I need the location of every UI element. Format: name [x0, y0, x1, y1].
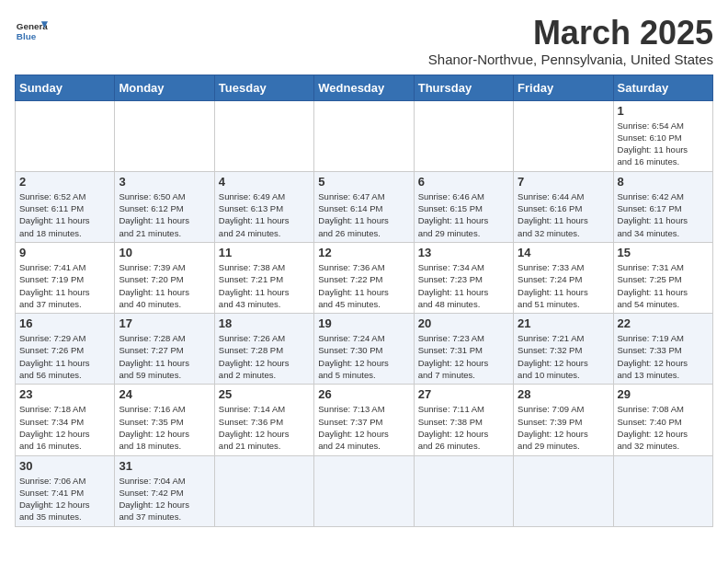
- calendar-cell: 19Sunrise: 7:24 AM Sunset: 7:30 PM Dayli…: [314, 314, 414, 385]
- day-info: Sunrise: 7:21 AM Sunset: 7:32 PM Dayligh…: [518, 332, 609, 381]
- day-info: Sunrise: 7:11 AM Sunset: 7:38 PM Dayligh…: [418, 403, 509, 452]
- calendar-cell: [514, 100, 613, 171]
- day-info: Sunrise: 6:49 AM Sunset: 6:13 PM Dayligh…: [219, 190, 310, 239]
- day-info: Sunrise: 7:13 AM Sunset: 7:37 PM Dayligh…: [318, 403, 409, 452]
- calendar-cell: 14Sunrise: 7:33 AM Sunset: 7:24 PM Dayli…: [514, 242, 613, 313]
- calendar-cell: [16, 100, 115, 171]
- day-number: 7: [518, 175, 609, 189]
- calendar-cell: 4Sunrise: 6:49 AM Sunset: 6:13 PM Daylig…: [214, 171, 313, 242]
- calendar-cell: 25Sunrise: 7:14 AM Sunset: 7:36 PM Dayli…: [214, 385, 313, 455]
- day-number: 1: [618, 104, 709, 118]
- day-number: 27: [418, 387, 509, 401]
- day-info: Sunrise: 6:42 AM Sunset: 6:17 PM Dayligh…: [618, 190, 709, 239]
- title-area: March 2025 Shanor-Northvue, Pennsylvania…: [428, 15, 713, 67]
- day-number: 9: [19, 246, 110, 259]
- calendar-cell: 2Sunrise: 6:52 AM Sunset: 6:11 PM Daylig…: [16, 171, 115, 242]
- calendar-cell: [514, 455, 613, 526]
- calendar-cell: 5Sunrise: 6:47 AM Sunset: 6:14 PM Daylig…: [314, 171, 414, 242]
- weekday-header-saturday: Saturday: [613, 75, 712, 100]
- calendar-cell: [414, 100, 513, 171]
- day-number: 23: [19, 387, 110, 401]
- day-info: Sunrise: 6:50 AM Sunset: 6:12 PM Dayligh…: [119, 190, 210, 239]
- day-number: 14: [518, 246, 609, 259]
- month-title: March 2025: [428, 15, 713, 52]
- day-info: Sunrise: 7:09 AM Sunset: 7:39 PM Dayligh…: [518, 403, 609, 452]
- day-number: 15: [618, 246, 709, 259]
- day-number: 5: [318, 175, 409, 189]
- day-info: Sunrise: 7:36 AM Sunset: 7:22 PM Dayligh…: [318, 261, 409, 310]
- calendar-cell: 13Sunrise: 7:34 AM Sunset: 7:23 PM Dayli…: [414, 242, 513, 313]
- day-info: Sunrise: 7:04 AM Sunset: 7:42 PM Dayligh…: [119, 475, 210, 523]
- day-number: 21: [518, 316, 609, 330]
- day-info: Sunrise: 7:41 AM Sunset: 7:19 PM Dayligh…: [19, 261, 110, 310]
- day-number: 26: [318, 387, 409, 401]
- day-number: 30: [19, 459, 110, 473]
- calendar-cell: 22Sunrise: 7:19 AM Sunset: 7:33 PM Dayli…: [613, 314, 712, 385]
- calendar-cell: 21Sunrise: 7:21 AM Sunset: 7:32 PM Dayli…: [514, 314, 613, 385]
- calendar-cell: 28Sunrise: 7:09 AM Sunset: 7:39 PM Dayli…: [514, 385, 613, 455]
- day-info: Sunrise: 7:38 AM Sunset: 7:21 PM Dayligh…: [219, 261, 310, 310]
- calendar-cell: 8Sunrise: 6:42 AM Sunset: 6:17 PM Daylig…: [613, 171, 712, 242]
- day-number: 18: [219, 316, 310, 330]
- calendar-cell: 3Sunrise: 6:50 AM Sunset: 6:12 PM Daylig…: [115, 171, 214, 242]
- calendar-cell: 9Sunrise: 7:41 AM Sunset: 7:19 PM Daylig…: [16, 242, 115, 313]
- calendar-cell: 7Sunrise: 6:44 AM Sunset: 6:16 PM Daylig…: [514, 171, 613, 242]
- calendar-cell: 17Sunrise: 7:28 AM Sunset: 7:27 PM Dayli…: [115, 314, 214, 385]
- day-number: 22: [618, 316, 709, 330]
- day-info: Sunrise: 7:26 AM Sunset: 7:28 PM Dayligh…: [219, 332, 310, 381]
- day-info: Sunrise: 6:46 AM Sunset: 6:15 PM Dayligh…: [418, 190, 509, 239]
- day-info: Sunrise: 7:29 AM Sunset: 7:26 PM Dayligh…: [19, 332, 110, 381]
- calendar-cell: [314, 100, 414, 171]
- day-info: Sunrise: 7:24 AM Sunset: 7:30 PM Dayligh…: [318, 332, 409, 381]
- calendar-cell: 12Sunrise: 7:36 AM Sunset: 7:22 PM Dayli…: [314, 242, 414, 313]
- day-info: Sunrise: 7:39 AM Sunset: 7:20 PM Dayligh…: [119, 261, 210, 310]
- calendar-cell: 16Sunrise: 7:29 AM Sunset: 7:26 PM Dayli…: [16, 314, 115, 385]
- weekday-header-thursday: Thursday: [414, 75, 513, 100]
- calendar-table: SundayMondayTuesdayWednesdayThursdayFrid…: [15, 75, 713, 527]
- day-number: 12: [318, 246, 409, 259]
- day-info: Sunrise: 7:23 AM Sunset: 7:31 PM Dayligh…: [418, 332, 509, 381]
- day-number: 24: [119, 387, 210, 401]
- day-number: 20: [418, 316, 509, 330]
- calendar-cell: 26Sunrise: 7:13 AM Sunset: 7:37 PM Dayli…: [314, 385, 414, 455]
- calendar-cell: 27Sunrise: 7:11 AM Sunset: 7:38 PM Dayli…: [414, 385, 513, 455]
- day-info: Sunrise: 7:28 AM Sunset: 7:27 PM Dayligh…: [119, 332, 210, 381]
- calendar-cell: [214, 100, 313, 171]
- day-number: 3: [119, 175, 210, 189]
- day-info: Sunrise: 6:44 AM Sunset: 6:16 PM Dayligh…: [518, 190, 609, 239]
- day-number: 29: [618, 387, 709, 401]
- day-number: 10: [119, 246, 210, 259]
- calendar-cell: 18Sunrise: 7:26 AM Sunset: 7:28 PM Dayli…: [214, 314, 313, 385]
- calendar-cell: 15Sunrise: 7:31 AM Sunset: 7:25 PM Dayli…: [613, 242, 712, 313]
- day-number: 2: [19, 175, 110, 189]
- day-number: 13: [418, 246, 509, 259]
- calendar-cell: 6Sunrise: 6:46 AM Sunset: 6:15 PM Daylig…: [414, 171, 513, 242]
- day-info: Sunrise: 6:52 AM Sunset: 6:11 PM Dayligh…: [19, 190, 110, 239]
- day-number: 16: [19, 316, 110, 330]
- calendar-cell: [414, 455, 513, 526]
- calendar-cell: [314, 455, 414, 526]
- calendar-cell: 11Sunrise: 7:38 AM Sunset: 7:21 PM Dayli…: [214, 242, 313, 313]
- weekday-header-tuesday: Tuesday: [214, 75, 313, 100]
- day-info: Sunrise: 7:16 AM Sunset: 7:35 PM Dayligh…: [119, 403, 210, 452]
- day-info: Sunrise: 7:14 AM Sunset: 7:36 PM Dayligh…: [219, 403, 310, 452]
- day-number: 11: [219, 246, 310, 259]
- generalblue-logo-icon: General Blue: [15, 15, 48, 48]
- weekday-header-wednesday: Wednesday: [314, 75, 414, 100]
- weekday-header-sunday: Sunday: [16, 75, 115, 100]
- svg-text:Blue: Blue: [17, 31, 37, 41]
- calendar-cell: [613, 455, 712, 526]
- logo: General Blue: [15, 15, 48, 48]
- day-number: 28: [518, 387, 609, 401]
- day-info: Sunrise: 6:47 AM Sunset: 6:14 PM Dayligh…: [318, 190, 409, 239]
- calendar-cell: 30Sunrise: 7:06 AM Sunset: 7:41 PM Dayli…: [16, 455, 115, 526]
- calendar-cell: 10Sunrise: 7:39 AM Sunset: 7:20 PM Dayli…: [115, 242, 214, 313]
- location-subtitle: Shanor-Northvue, Pennsylvania, United St…: [428, 52, 713, 67]
- day-info: Sunrise: 7:19 AM Sunset: 7:33 PM Dayligh…: [618, 332, 709, 381]
- day-info: Sunrise: 7:33 AM Sunset: 7:24 PM Dayligh…: [518, 261, 609, 310]
- calendar-cell: 23Sunrise: 7:18 AM Sunset: 7:34 PM Dayli…: [16, 385, 115, 455]
- weekday-header-monday: Monday: [115, 75, 214, 100]
- weekday-header-friday: Friday: [514, 75, 613, 100]
- day-number: 6: [418, 175, 509, 189]
- day-number: 19: [318, 316, 409, 330]
